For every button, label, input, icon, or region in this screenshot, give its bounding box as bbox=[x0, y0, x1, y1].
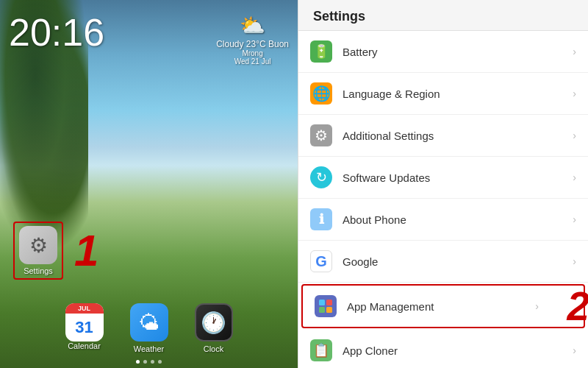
weather-app-label: Weather bbox=[134, 344, 164, 353]
settings-header: Settings bbox=[298, 0, 588, 31]
svg-rect-2 bbox=[319, 307, 325, 313]
app-cloner-icon: 📋 bbox=[310, 339, 332, 361]
page-dots bbox=[0, 360, 298, 364]
step-number-2-container: 2 bbox=[567, 286, 588, 327]
weather-app[interactable]: 🌤 Weather bbox=[124, 303, 174, 353]
settings-item-additional[interactable]: ⚙ Additional Settings › bbox=[298, 115, 588, 157]
language-label: Language & Region bbox=[343, 88, 573, 100]
battery-chevron: › bbox=[573, 46, 576, 57]
settings-item-app-management[interactable]: App Management › 2 bbox=[301, 284, 585, 328]
bottom-dock: JUL 31 Calendar 🌤 Weather 🕐 Clock bbox=[0, 303, 298, 353]
step-number-1: 1 bbox=[74, 229, 98, 273]
app-management-chevron: › bbox=[535, 300, 539, 312]
software-updates-icon: ↻ bbox=[310, 166, 332, 188]
weather-widget: ⛅ Cloudy 23°C Buon Mrong Wed 21 Jul bbox=[216, 13, 289, 66]
weather-icon: ⛅ bbox=[216, 13, 289, 38]
language-chevron: › bbox=[573, 88, 576, 99]
settings-panel-title: Settings bbox=[313, 9, 573, 24]
settings-app-icon: ⚙ bbox=[19, 226, 57, 264]
about-phone-icon: ℹ bbox=[310, 208, 332, 230]
settings-item-app-cloner[interactable]: 📋 App Cloner › bbox=[298, 330, 588, 368]
top-bar: 20:16 ⛅ Cloudy 23°C Buon Mrong Wed 21 Ju… bbox=[0, 6, 298, 66]
settings-panel: Settings 🔋 Battery › 🌐 Language & Region… bbox=[298, 0, 588, 368]
time-display: 20:16 bbox=[9, 13, 104, 52]
weather-app-icon: 🌤 bbox=[130, 303, 168, 342]
settings-item-language[interactable]: 🌐 Language & Region › bbox=[298, 73, 588, 115]
battery-icon: 🔋 bbox=[310, 40, 332, 63]
settings-list: 🔋 Battery › 🌐 Language & Region › ⚙ Addi… bbox=[298, 31, 588, 368]
software-updates-chevron: › bbox=[573, 171, 576, 183]
settings-highlight-area: ⚙ Settings 1 bbox=[13, 222, 98, 280]
language-icon: 🌐 bbox=[310, 82, 332, 105]
dot-2 bbox=[143, 360, 147, 364]
settings-app-label: Settings bbox=[24, 266, 53, 275]
weather-temp: Cloudy 23°C Buon bbox=[216, 39, 289, 49]
settings-item-battery[interactable]: 🔋 Battery › bbox=[298, 31, 588, 73]
calendar-label: Calendar bbox=[68, 342, 101, 350]
google-chevron: › bbox=[573, 255, 576, 267]
settings-item-about[interactable]: ℹ About Phone › bbox=[298, 199, 588, 241]
google-label: Google bbox=[343, 255, 573, 268]
calendar-month: JUL bbox=[65, 303, 104, 314]
settings-app-highlighted[interactable]: ⚙ Settings bbox=[13, 222, 63, 280]
svg-rect-1 bbox=[326, 300, 332, 305]
about-phone-label: About Phone bbox=[343, 213, 573, 226]
weather-desc: Mrong bbox=[216, 49, 289, 57]
app-management-icon bbox=[315, 295, 337, 317]
additional-settings-label: Additional Settings bbox=[343, 130, 573, 142]
software-updates-label: Software Updates bbox=[343, 171, 573, 184]
additional-settings-icon: ⚙ bbox=[310, 124, 332, 146]
dot-4 bbox=[158, 360, 162, 364]
step-number-2: 2 bbox=[567, 283, 588, 329]
app-cloner-label: App Cloner bbox=[343, 344, 573, 357]
clock-app-icon: 🕐 bbox=[195, 303, 233, 342]
svg-rect-0 bbox=[319, 300, 325, 305]
dot-1 bbox=[136, 360, 140, 364]
svg-rect-3 bbox=[326, 307, 332, 313]
settings-item-software[interactable]: ↻ Software Updates › bbox=[298, 157, 588, 199]
dot-3 bbox=[151, 360, 154, 364]
additional-settings-chevron: › bbox=[573, 130, 576, 141]
battery-label: Battery bbox=[343, 46, 573, 58]
calendar-app[interactable]: JUL 31 Calendar bbox=[60, 303, 110, 353]
settings-item-google[interactable]: G Google › bbox=[298, 241, 588, 283]
google-icon: G bbox=[310, 250, 332, 272]
clock-app-label: Clock bbox=[204, 344, 224, 353]
about-phone-chevron: › bbox=[573, 213, 576, 225]
weather-date: Wed 21 Jul bbox=[216, 57, 289, 66]
phone-screen: 20:16 ⛅ Cloudy 23°C Buon Mrong Wed 21 Ju… bbox=[0, 0, 298, 368]
app-management-label: App Management bbox=[347, 300, 535, 313]
clock-app[interactable]: 🕐 Clock bbox=[189, 303, 239, 353]
calendar-date-num: 31 bbox=[75, 318, 93, 337]
app-cloner-chevron: › bbox=[573, 344, 576, 356]
calendar-icon: JUL 31 bbox=[65, 303, 104, 342]
